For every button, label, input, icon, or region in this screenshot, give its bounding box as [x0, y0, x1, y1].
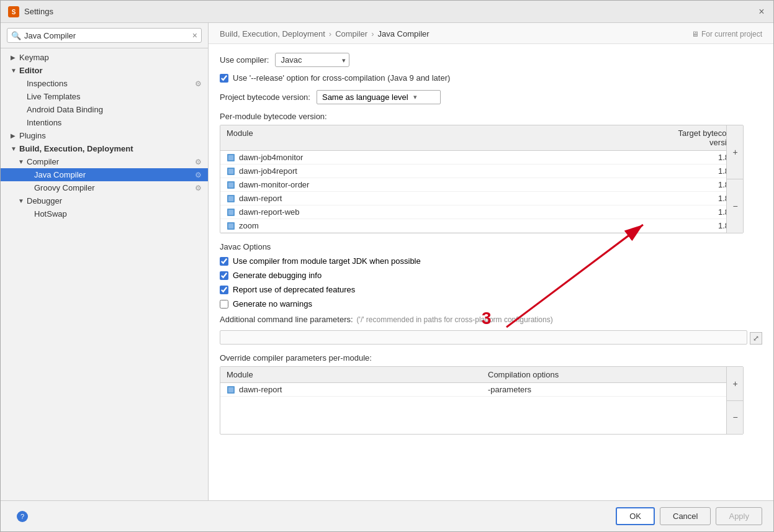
table-row[interactable]: dawn-report-web 1.8 — [220, 205, 743, 219]
override-table: Module Compilation options dawn-report -… — [220, 366, 744, 435]
sidebar-item-editor[interactable]: ▼ Editor — [1, 64, 208, 77]
breadcrumb-part2: Compiler — [335, 29, 367, 38]
main-panel-wrapper: Build, Execution, Deployment › Compiler … — [209, 23, 773, 500]
opt1-checkbox[interactable] — [220, 257, 228, 266]
sidebar-item-android-data-binding[interactable]: Android Data Binding — [1, 103, 208, 116]
search-clear-icon[interactable]: × — [192, 30, 197, 40]
release-option-checkbox[interactable] — [220, 74, 228, 83]
override-table-row[interactable]: dawn-report -parameters — [220, 383, 743, 397]
ok-button[interactable]: OK — [616, 507, 655, 525]
module-version: 1.8 — [637, 166, 737, 176]
table-row[interactable]: dawn-monitor-order 1.8 — [220, 178, 743, 192]
opt3-checkbox[interactable] — [220, 286, 228, 294]
sidebar-item-groovy-compiler[interactable]: Groovy Compiler ⚙ — [1, 181, 208, 194]
sidebar-item-label: Live Templates — [27, 92, 80, 101]
table-row[interactable]: dawn-job4report 1.8 — [220, 165, 743, 178]
module-version: 1.8 — [637, 194, 737, 203]
expand-icon: ▼ — [11, 145, 17, 152]
sidebar-item-label: Groovy Compiler — [34, 183, 95, 192]
per-module-label: Per-module bytecode version: — [220, 112, 762, 121]
bytecode-version-row: Project bytecode version: Same as langua… — [220, 90, 762, 104]
sidebar-item-java-compiler[interactable]: Java Compiler ⚙ — [1, 168, 208, 181]
search-bar: 🔍 × — [1, 23, 208, 48]
additional-params-input[interactable] — [220, 330, 747, 345]
expand-icon: ▶ — [11, 54, 17, 61]
footer: ? OK Cancel Apply — [1, 500, 773, 531]
override-add-button[interactable]: + — [727, 367, 744, 401]
expand-icon: ▼ — [18, 197, 24, 204]
th-module: Module — [220, 125, 644, 150]
table-header: Module Target bytecode version — [220, 125, 743, 151]
for-project: 🖥 For current project — [691, 30, 762, 38]
compiler-select-wrap: Javac — [275, 53, 349, 67]
expand-icon — [25, 210, 32, 217]
bytecode-label: Project bytecode version: — [220, 92, 310, 102]
expand-icon — [25, 171, 32, 178]
svg-rect-13 — [228, 223, 233, 228]
breadcrumb-current: Java Compiler — [378, 29, 430, 38]
settings-window: S Settings × 🔍 × ▶ Keymap — [0, 0, 774, 532]
sidebar-item-keymap[interactable]: ▶ Keymap — [1, 51, 208, 64]
expand-button[interactable]: ⤢ — [750, 332, 762, 345]
expand-icon — [18, 119, 24, 126]
project-icon: 🖥 — [691, 30, 699, 38]
sidebar-item-build-execution-deployment[interactable]: ▼ Build, Execution, Deployment — [1, 142, 208, 155]
module-icon — [227, 385, 235, 394]
sidebar-item-compiler[interactable]: ▼ Compiler ⚙ — [1, 155, 208, 168]
module-version: 1.8 — [637, 207, 737, 217]
compiler-select[interactable]: Javac — [275, 53, 349, 67]
bytecode-value: Same as language level — [322, 92, 408, 102]
override-remove-button[interactable]: − — [727, 401, 744, 435]
search-wrap: 🔍 × — [7, 28, 202, 43]
module-icon — [227, 208, 235, 217]
additional-params-row: Additional command line parameters: ('/'… — [220, 315, 762, 324]
opt4-checkbox[interactable] — [220, 300, 228, 309]
sidebar-item-label: HotSwap — [34, 209, 67, 219]
sidebar-item-inspections[interactable]: Inspections ⚙ — [1, 77, 208, 90]
help-icon-wrap: ? — [12, 507, 28, 525]
sidebar-tree: ▶ Keymap ▼ Editor Inspections ⚙ Liv — [1, 48, 208, 500]
sidebar-item-intentions[interactable]: Intentions — [1, 116, 208, 129]
sidebar-item-live-templates[interactable]: Live Templates — [1, 90, 208, 103]
expand-icon: ▼ — [18, 158, 24, 165]
table-side-buttons: + − — [726, 125, 744, 233]
module-icon — [227, 181, 235, 189]
expand-icon: ▼ — [11, 67, 17, 74]
sidebar: 🔍 × ▶ Keymap ▼ Editor — [1, 23, 209, 500]
table-row[interactable]: dawn-job4monitor 1.8 — [220, 151, 743, 165]
additional-params-hint: ('/' recommended in paths for cross-plat… — [357, 315, 553, 324]
for-project-label: For current project — [701, 30, 762, 38]
module-name: dawn-report-web — [239, 207, 637, 217]
panel-body: Use compiler: Javac Use '--release' opti… — [209, 44, 773, 500]
override-th-options: Compilation options — [482, 367, 743, 382]
close-button[interactable]: × — [757, 7, 766, 16]
search-icon: 🔍 — [11, 31, 21, 40]
module-icon — [227, 194, 235, 203]
sidebar-item-plugins[interactable]: ▶ Plugins — [1, 129, 208, 142]
opt2-checkbox[interactable] — [220, 271, 228, 280]
sidebar-item-hotswap[interactable]: HotSwap — [1, 207, 208, 220]
titlebar: S Settings × — [1, 1, 773, 23]
table-body: dawn-job4monitor 1.8 dawn-job4report 1.8… — [220, 151, 743, 233]
sidebar-item-label: Plugins — [19, 131, 46, 140]
module-version: 1.8 — [637, 180, 737, 189]
table-remove-button[interactable]: − — [727, 179, 744, 233]
expand-icon — [18, 80, 24, 87]
sidebar-item-debugger[interactable]: ▼ Debugger — [1, 194, 208, 207]
sidebar-item-label: Inspections — [27, 79, 68, 88]
module-icon — [227, 222, 235, 230]
table-row[interactable]: zoom 1.8 — [220, 219, 743, 233]
table-row[interactable]: dawn-report 1.8 — [220, 192, 743, 205]
module-name: dawn-monitor-order — [239, 180, 637, 189]
opt3-label: Report use of deprecated features — [233, 285, 355, 294]
search-input[interactable] — [24, 31, 189, 40]
module-icon — [227, 167, 235, 176]
table-add-button[interactable]: + — [727, 125, 744, 179]
sidebar-item-label: Debugger — [27, 196, 62, 205]
apply-button[interactable]: Apply — [716, 507, 762, 525]
svg-rect-3 — [228, 155, 233, 160]
help-icon[interactable]: ? — [17, 511, 28, 522]
expand-icon — [25, 184, 32, 191]
bytecode-select[interactable]: Same as language level ▾ — [317, 90, 441, 104]
cancel-button[interactable]: Cancel — [660, 507, 711, 525]
